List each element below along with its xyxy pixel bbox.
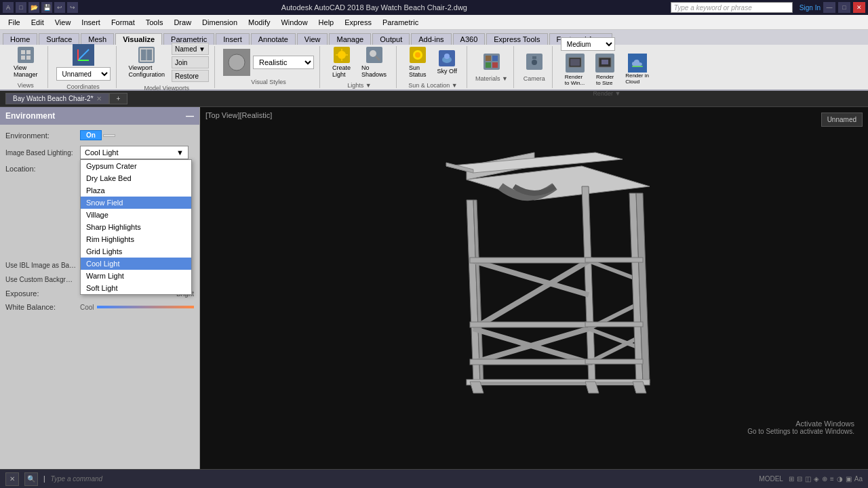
ucs-icon <box>73 44 94 66</box>
tab-manage[interactable]: Manage <box>329 33 371 45</box>
join-btn[interactable]: Join <box>172 56 209 68</box>
dropdown-item-sharp-highlights[interactable]: Sharp Highlights <box>81 221 191 233</box>
dropdown-item-grid-lights[interactable]: Grid Lights <box>81 245 191 258</box>
search-box[interactable]: Type a keyword or phrase <box>671 2 793 13</box>
annotation-icon[interactable]: Aa <box>854 475 863 483</box>
coordinates-select[interactable]: Unnamed <box>56 67 111 81</box>
model-viewports-label: Model Viewports <box>144 85 189 92</box>
dropdown-item-village[interactable]: Village <box>81 209 191 221</box>
camera-btn[interactable] <box>522 52 547 73</box>
sky-icon <box>439 50 455 66</box>
drawing-tab[interactable]: Bay Watch Beach Chair-2* ✕ <box>5 93 109 104</box>
sky-off-btn[interactable]: Sky Off <box>433 49 461 76</box>
title-bar-left: A □ 📂 💾 ↩ ↪ <box>3 2 78 13</box>
ibl-dropdown-selected[interactable]: Cool Light ▼ <box>80 146 189 159</box>
panel-minimize-btn[interactable]: — <box>186 111 194 121</box>
sign-in-btn[interactable]: Sign In <box>800 4 821 12</box>
tab-view[interactable]: View <box>297 33 328 45</box>
menu-dimension[interactable]: Dimension <box>197 17 243 28</box>
materials-browser-btn[interactable] <box>479 52 504 73</box>
dropdown-item-dry-lake[interactable]: Dry Lake Bed <box>81 172 191 184</box>
tab-mesh[interactable]: Mesh <box>81 33 114 45</box>
on-btn[interactable]: On <box>80 130 102 140</box>
dropdown-item-plaza[interactable]: Plaza <box>81 184 191 197</box>
selection-icon[interactable]: ▣ <box>846 475 852 483</box>
menu-format[interactable]: Format <box>106 17 140 28</box>
menu-draw[interactable]: Draw <box>168 17 197 28</box>
title-bar-icons: A □ 📂 💾 ↩ ↪ <box>3 2 78 13</box>
close-btn[interactable]: ✕ <box>853 2 865 13</box>
redo-icon[interactable]: ↪ <box>67 2 78 13</box>
dropdown-item-soft-light[interactable]: Soft Light <box>81 282 191 294</box>
wb-slider[interactable] <box>97 306 194 308</box>
osnap-icon[interactable]: ⊕ <box>822 475 827 483</box>
menu-insert[interactable]: Insert <box>76 17 106 28</box>
ortho-icon[interactable]: ◫ <box>805 475 811 483</box>
dropdown-item-gypsum[interactable]: Gypsum Crater <box>81 160 191 172</box>
no-shadows-btn[interactable]: NoShadows <box>357 45 391 79</box>
ribbon-group-sun: SunStatus Sky Off Sun & Location ▼ <box>399 46 467 88</box>
grid-icon[interactable]: ⊟ <box>797 475 802 483</box>
menu-file[interactable]: File <box>3 17 26 28</box>
tab-surface[interactable]: Surface <box>39 33 79 45</box>
named-btn[interactable]: Named ▼ <box>172 43 209 55</box>
minimize-btn[interactable]: — <box>823 2 835 13</box>
status-close-btn[interactable]: ✕ <box>5 472 19 486</box>
dropdown-item-warm-light[interactable]: Warm Light <box>81 270 191 282</box>
render-to-size-btn[interactable]: Renderto Size <box>591 52 618 87</box>
camera-icon <box>526 54 542 70</box>
tab-annotate[interactable]: Annotate <box>251 33 296 45</box>
tab-home[interactable]: Home <box>3 33 37 45</box>
open-icon[interactable]: 📂 <box>28 2 39 13</box>
maximize-btn[interactable]: □ <box>838 2 850 13</box>
tab-a360[interactable]: A360 <box>453 33 486 45</box>
tab-output[interactable]: Output <box>372 33 410 45</box>
create-light-btn[interactable]: CreateLight <box>328 45 355 79</box>
drawing-tab-close[interactable]: ✕ <box>96 95 102 102</box>
dropdown-item-snow-field[interactable]: Snow Field <box>81 197 191 209</box>
render-to-win-btn[interactable]: Renderto Win... <box>561 52 589 87</box>
dropdown-item-cool-light[interactable]: Cool Light <box>81 258 191 270</box>
menu-edit[interactable]: Edit <box>26 17 50 28</box>
menu-parametric[interactable]: Parametric <box>377 17 424 28</box>
menu-modify[interactable]: Modify <box>243 17 275 28</box>
viewport-config-btn[interactable]: ViewportConfiguration <box>125 45 170 79</box>
snap-icon[interactable]: ⊞ <box>789 475 794 483</box>
viewport-config-label: ViewportConfiguration <box>129 64 165 78</box>
lineweight-icon[interactable]: ≡ <box>830 475 834 483</box>
sun-status-btn[interactable]: SunStatus <box>405 45 431 79</box>
tab-addins[interactable]: Add-ins <box>411 33 451 45</box>
restore-btn[interactable]: Restore <box>172 70 209 82</box>
render-to-size-label: Renderto Size <box>596 74 614 86</box>
svg-rect-55 <box>585 359 643 364</box>
tab-insert[interactable]: Insert <box>216 33 250 45</box>
ribbon-group-lights: CreateLight NoShadows Lights ▼ <box>323 46 397 88</box>
undo-icon[interactable]: ↩ <box>54 2 65 13</box>
render-in-cloud-btn[interactable]: Render inCloud <box>621 52 653 87</box>
status-search-btn[interactable]: 🔍 <box>24 472 38 486</box>
visual-style-select[interactable]: Realistic <box>253 56 314 69</box>
svg-rect-22 <box>492 56 498 61</box>
command-input[interactable] <box>51 475 754 483</box>
render-quality-select[interactable]: Medium <box>561 37 615 51</box>
menu-view[interactable]: View <box>50 17 77 28</box>
environment-toggle[interactable]: On <box>80 130 115 140</box>
menu-help[interactable]: Help <box>313 17 340 28</box>
tab-express-tools[interactable]: Express Tools <box>486 33 547 45</box>
view-manager-btn[interactable]: ViewManager <box>9 45 42 79</box>
left-panel: Environment — Environment: On Image Base… <box>0 107 200 469</box>
menu-tools[interactable]: Tools <box>140 17 169 28</box>
dropdown-item-rim-highlights[interactable]: Rim Highlights <box>81 233 191 245</box>
menu-window[interactable]: Window <box>275 17 313 28</box>
menu-express[interactable]: Express <box>339 17 377 28</box>
visual-style-preview <box>223 49 250 76</box>
transparency-icon[interactable]: ◑ <box>837 475 843 483</box>
viewport-label-bar: Bay Watch Beach Chair-2* ✕ + <box>0 91 868 107</box>
new-icon[interactable]: □ <box>16 2 26 13</box>
render-cloud-icon <box>628 54 647 73</box>
ribbon-group-render: Medium Renderto Win... Renderto <box>555 46 658 88</box>
off-btn[interactable] <box>103 134 115 137</box>
polar-icon[interactable]: ◈ <box>814 475 819 483</box>
new-tab-btn[interactable]: + <box>109 93 128 104</box>
save-icon[interactable]: 💾 <box>41 2 52 13</box>
